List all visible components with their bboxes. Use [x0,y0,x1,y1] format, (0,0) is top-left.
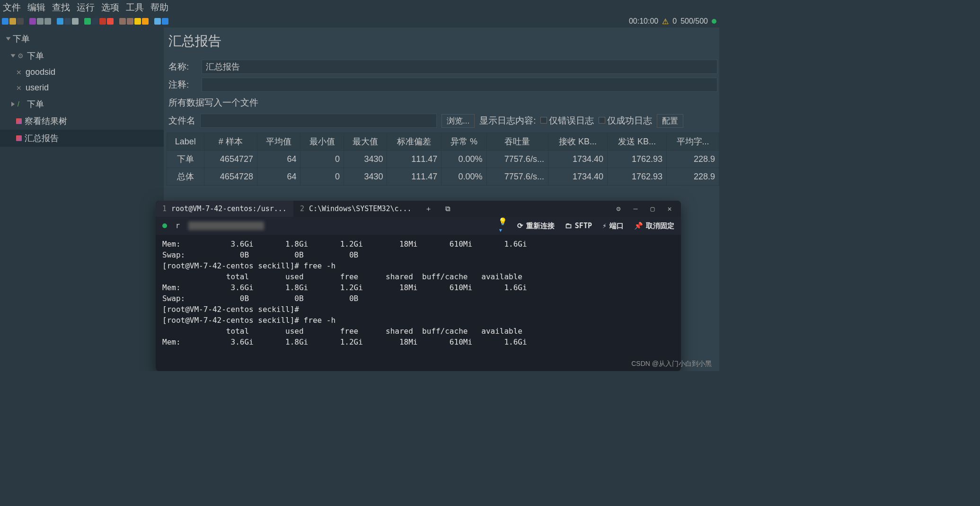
bulb-icon[interactable]: 💡▾ [499,222,507,230]
tree-var1[interactable]: ✕ goodsid [0,64,164,80]
th-stddev[interactable]: 标准偏差 [387,133,441,151]
show-label: 显示日志内容: [479,115,536,127]
ok-icon [712,19,716,24]
plus-icon[interactable] [57,18,63,25]
terminal-tabs: 1 root@VM-7-42-centos:/usr... 2 C:\Windo… [156,201,681,217]
settings-icon[interactable]: ⚙ [615,205,622,213]
name-label: 名称: [168,61,195,73]
pin-icon: 📌 [634,222,643,230]
table-row[interactable]: 总体 4654728 64 0 3430 111.47 0.00% 7757.6… [167,168,719,186]
stop-icon[interactable] [99,18,106,25]
menu-run[interactable]: 运行 [77,1,95,14]
th-min[interactable]: 最小值 [300,133,344,151]
menu-file[interactable]: 文件 [3,1,21,14]
status-threads: 500/500 [680,17,708,26]
th-bytes[interactable]: 平均字... [667,133,719,151]
th-label[interactable]: Label [167,133,204,151]
new-icon[interactable] [2,18,9,25]
save-icon[interactable] [17,18,24,25]
terminal-windows-tab[interactable]: ⧉ [439,201,457,217]
plug-icon: ⚡ [602,222,607,230]
file-input[interactable] [200,114,437,128]
tab2-title: C:\Windows\SYSTEM32\c... [309,204,412,213]
th-recv[interactable]: 接收 KB... [548,133,607,151]
comment-input[interactable] [202,78,717,92]
chart-icon [16,118,22,124]
tree-summary-label: 汇总报告 [25,133,59,144]
th-avg[interactable]: 平均值 [257,133,300,151]
tree-root-label: 下单 [13,33,30,44]
ok-label: 仅成功日志 [607,115,652,125]
terminal-new-tab[interactable]: ＋ [418,201,439,217]
terminal-tab-1[interactable]: 1 root@VM-7-42-centos:/usr... [156,201,293,217]
wrench-icon[interactable] [72,18,79,25]
tree-viewtree[interactable]: 察看结果树 [0,113,164,130]
unpin-button[interactable]: 📌取消固定 [634,222,674,231]
table-header-row: Label # 样本 平均值 最小值 最大值 标准偏差 异常 % 吞吐量 接收 … [167,133,719,151]
th-sent[interactable]: 发送 KB... [607,133,666,151]
plus-icon: ＋ [425,204,432,213]
calendar-icon[interactable] [154,18,161,25]
terminal-window: 1 root@VM-7-42-centos:/usr... 2 C:\Windo… [156,201,681,371]
tree-sampler[interactable]: / 下单 [0,96,164,113]
th-err[interactable]: 异常 % [441,133,486,151]
menu-tools[interactable]: 工具 [126,1,144,14]
menu-help[interactable]: 帮助 [150,1,168,14]
close-icon[interactable]: ✕ [666,205,673,213]
cut-icon[interactable] [29,18,36,25]
menu-edit[interactable]: 编辑 [27,1,45,14]
run-icon[interactable] [84,18,91,25]
chevron-down-icon [6,37,11,41]
runnodelay-icon[interactable] [92,18,98,25]
reconnect-button[interactable]: ⟳重新连接 [517,222,555,231]
table-row[interactable]: 下单 4654727 64 0 3430 111.47 0.00% 7757.6… [167,151,719,168]
help-icon[interactable] [162,18,168,25]
minus-icon[interactable] [64,18,71,25]
err-checkbox[interactable] [540,117,547,124]
config-button[interactable]: 配置 [657,114,683,128]
name-input[interactable] [202,60,717,74]
tree-var2-label: userid [26,83,49,93]
terminal-tab-2[interactable]: 2 C:\Windows\SYSTEM32\c... [293,201,418,217]
err-label: 仅错误日志 [549,115,594,125]
menu-option[interactable]: 选项 [101,1,119,14]
copy-icon[interactable] [37,18,44,25]
tree-var2[interactable]: ✕ userid [0,80,164,96]
warn-icon: ⚠ [662,17,669,26]
toolbar: 00:10:00 ⚠0 500/500 [0,15,719,27]
maximize-icon[interactable]: ▢ [649,205,656,213]
clear-icon[interactable] [119,18,126,25]
page-title: 汇总报告 [167,30,719,58]
slash-icon: / [18,101,24,107]
host-blurred [188,222,264,230]
x-icon: ✕ [16,69,23,76]
status-warn: 0 [672,17,677,26]
search-icon[interactable] [134,18,141,25]
th-max[interactable]: 最大值 [344,133,387,151]
status-right: 00:10:00 ⚠0 500/500 [629,15,716,27]
th-samples[interactable]: # 样本 [204,133,257,151]
tab2-num: 2 [300,204,304,213]
x-icon: ✕ [16,85,23,91]
browse-button[interactable]: 浏览... [441,114,475,128]
port-button[interactable]: ⚡端口 [602,222,624,231]
tab1-num: 1 [162,204,167,213]
status-time: 00:10:00 [629,17,658,26]
th-thru[interactable]: 吞吐量 [486,133,548,151]
tree-group-label: 下单 [27,50,44,62]
sftp-button[interactable]: 🗀SFTP [565,222,592,230]
tree-group[interactable]: ⚙ 下单 [0,47,164,64]
tree-summary[interactable]: 汇总报告 [0,130,164,147]
paste-icon[interactable] [44,18,51,25]
terminal-output[interactable]: Mem: 3.6Gi 1.8Gi 1.2Gi 18Mi 610Mi 1.6Gi … [156,235,681,351]
menu-search[interactable]: 查找 [52,1,70,14]
clearall-icon[interactable] [127,18,133,25]
shutdown-icon[interactable] [107,18,114,25]
ok-checkbox[interactable] [599,117,605,124]
reset-icon[interactable] [142,18,149,25]
tree-root[interactable]: 下单 [0,30,164,47]
windows-icon: ⧉ [445,204,450,213]
gear-icon: ⚙ [18,53,24,59]
minimize-icon[interactable]: — [632,205,639,213]
open-icon[interactable] [9,18,16,25]
